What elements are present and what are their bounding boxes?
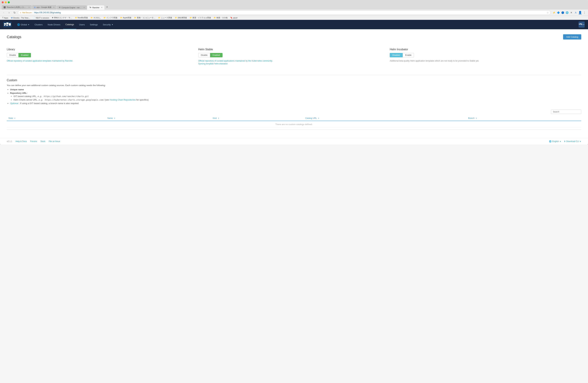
tab-close-icon[interactable]: ✕ [101, 7, 103, 8]
app-logo[interactable] [3, 22, 11, 27]
new-tab-button[interactable]: + [105, 5, 109, 10]
bookmark-akictf[interactable]: 🔖 akictf [230, 17, 238, 19]
bookmark-label: 検索・その他 [216, 17, 228, 19]
tab-favicon: 🐄 [89, 6, 91, 9]
table-header-row: State ⇕ Name ⇕ Kind ⇕ [7, 116, 581, 121]
slack-link[interactable]: Slack [40, 140, 45, 142]
bookmark-star-icon[interactable]: ☆ [547, 11, 549, 14]
bookmark-nextbiz[interactable]: 📁 NextBiz関連 [74, 16, 88, 19]
nav-item-node-drivers[interactable]: Node Drivers [45, 20, 63, 29]
browser-tab-4[interactable]: 🐄 Rancher ✕ [87, 5, 105, 10]
custom-section-title: Custom [7, 79, 581, 82]
search-input[interactable] [551, 110, 581, 114]
minimize-button[interactable] [5, 1, 7, 3]
nav-item-label: Catalogs [65, 23, 74, 26]
bookmark-ibm[interactable]: ❖ IBMのコンテナ・サ… [51, 16, 73, 19]
extension-icon-4[interactable]: 🌐 [565, 11, 569, 15]
extension-icon-2[interactable]: 🔷 [556, 11, 560, 15]
th-branch[interactable]: Branch ⇕ [466, 116, 581, 121]
user-avatar[interactable]: ▼ [579, 21, 585, 28]
th-state[interactable]: State ⇕ [7, 116, 106, 121]
browser-tab-3[interactable]: ⚙ Compute Engine - rancher-pr… ✕ [57, 5, 87, 10]
nav-item-users[interactable]: Users [77, 20, 87, 29]
download-cli-button[interactable]: ⬇ Download CLI ▼ [564, 140, 581, 142]
th-kind[interactable]: Kind ⇕ [211, 116, 304, 121]
close-button[interactable] [2, 1, 4, 3]
custom-catalogs-table: State ⇕ Name ⇕ Kind ⇕ [7, 116, 581, 128]
list-item-label: Unique name [10, 88, 24, 91]
profile-icon[interactable]: 👤 [578, 11, 582, 15]
back-button[interactable]: ‹ [2, 11, 6, 15]
tab-favicon: 🅰 [4, 6, 5, 8]
catalog-card-helm-incubator: Helm Incubator Disabled Enable Additiona… [390, 44, 581, 68]
sub-list-item-git: GIT based catalog URL, e.g. https://gith… [13, 95, 581, 98]
nav-item-security[interactable]: Security ▼ [100, 20, 116, 29]
bookmarks-bar: ⠿ Apps W Ebooks - The New… 📄 NEXT e-sess… [0, 16, 588, 20]
reload-button[interactable]: ↻ [12, 11, 17, 15]
bookmark-curtain[interactable]: 📁 幕屋・イスラエル関連 [189, 16, 211, 19]
th-name[interactable]: Name ⇕ [106, 116, 211, 121]
bookmark-infra[interactable]: 📁 インフラ関連 [103, 16, 118, 19]
app-footer: v2.1.1 Help & Docs Forums Slack File an … [0, 138, 588, 145]
svg-rect-8 [580, 23, 581, 24]
nav-item-label: Node Drivers [48, 23, 60, 26]
tab-close-icon[interactable]: ✕ [84, 7, 85, 8]
disable-button[interactable]: Disable [7, 53, 19, 57]
bookmark-next[interactable]: 📄 NEXT e-session [32, 17, 50, 19]
bookmark-business[interactable]: 📁 業務・コンピュータ… [134, 16, 156, 19]
browser-tab-1[interactable]: 🅰 !Rancherを利用したIBM Clou… ✕ [2, 5, 32, 10]
file-issue-link[interactable]: File an Issue [49, 140, 60, 142]
doc-icon: 📄 [33, 17, 35, 19]
enable-button[interactable]: Enabled [19, 53, 31, 57]
bookmark-apps[interactable]: ⠿ Apps [2, 17, 9, 19]
empty-message: There are no custom catalogs defined. [7, 121, 581, 128]
menu-icon[interactable]: ⋮ [583, 11, 586, 15]
address-bar[interactable]: ⚠ Not Secure | https://35.243.93.28/g/ca… [18, 10, 551, 15]
catalog-card-library: Library Disable Enabled Official reposit… [7, 44, 198, 68]
bookmark-label: Apps [4, 17, 8, 19]
nav-item-settings[interactable]: Settings [87, 20, 100, 29]
table-section: State ⇕ Name ⇕ Kind ⇕ [7, 110, 581, 130]
maximize-button[interactable] [8, 1, 10, 3]
extension-icon-1[interactable]: ⚡ [552, 11, 556, 15]
help-docs-link[interactable]: Help & Docs [16, 140, 27, 142]
bookmark-search[interactable]: 📁 検索・その他 [213, 16, 228, 19]
nav-bar: ‹ › ↻ ⚠ Not Secure | https://35.243.93.2… [0, 10, 588, 16]
bookmark-news[interactable]: 📁 ニュース関連 [158, 16, 172, 19]
tab-close-icon[interactable]: ✕ [28, 6, 30, 8]
browser-window: 🅰 !Rancherを利用したIBM Clou… ✕ G gcp - Googl… [0, 0, 588, 145]
chevron-down-icon: ▼ [111, 24, 113, 25]
hosting-chart-repositories-link[interactable]: Hosting Chart Repositories [109, 99, 136, 101]
tab-label: Compute Engine - rancher-pr… [62, 7, 82, 9]
nav-global[interactable]: 🌐 Global ▼ [15, 20, 32, 29]
translate-icon[interactable]: A [574, 11, 578, 15]
bookmark-bike[interactable]: 📁 自転車関連 [174, 16, 187, 19]
rancher-logo-icon [3, 22, 11, 27]
forward-button[interactable]: › [7, 11, 11, 15]
nav-item-clusters[interactable]: Clusters [32, 20, 45, 29]
enable-button[interactable]: Enabled [210, 53, 223, 57]
language-selector[interactable]: 🌐 English ▼ [549, 140, 561, 142]
bookmark-neta[interactable]: 📁 ネタ出し [90, 16, 101, 19]
empty-table-row: There are no custom catalogs defined. [7, 121, 581, 128]
browser-tab-2[interactable]: G gcp - Google 検索 ✕ [32, 5, 57, 10]
bookmark-apple[interactable]: 📁 Apple関連 [120, 16, 132, 19]
custom-section: Custom You can define your own additiona… [7, 79, 581, 104]
th-catalog-url[interactable]: Catalog URL ⇕ [304, 116, 466, 121]
extension-icon-5[interactable]: ✕ [569, 11, 573, 15]
extension-icon-3[interactable]: 🔵 [561, 11, 565, 15]
add-catalog-button[interactable]: Add Catalog [563, 34, 581, 40]
bookmark-ebooks[interactable]: W Ebooks - The New… [10, 17, 31, 19]
catalog-name: Helm Incubator [390, 48, 578, 51]
nav-item-catalogs[interactable]: Catalogs [63, 20, 76, 29]
nav-item-label: Clusters [35, 23, 42, 26]
disable-button[interactable]: Disabled [390, 53, 403, 57]
sort-icon: ⇕ [318, 117, 319, 119]
enable-button[interactable]: Enable [403, 53, 414, 57]
disable-button[interactable]: Disable [198, 53, 210, 57]
bookmark-label: ネタ出し [93, 17, 101, 19]
requirements-list: Unique name Repository URL: GIT based ca… [10, 88, 581, 104]
forums-link[interactable]: Forums [30, 140, 37, 142]
tab-close-icon[interactable]: ✕ [53, 6, 55, 8]
catalog-sync-link[interactable]: Syncing template helm-elastabot [198, 62, 228, 65]
